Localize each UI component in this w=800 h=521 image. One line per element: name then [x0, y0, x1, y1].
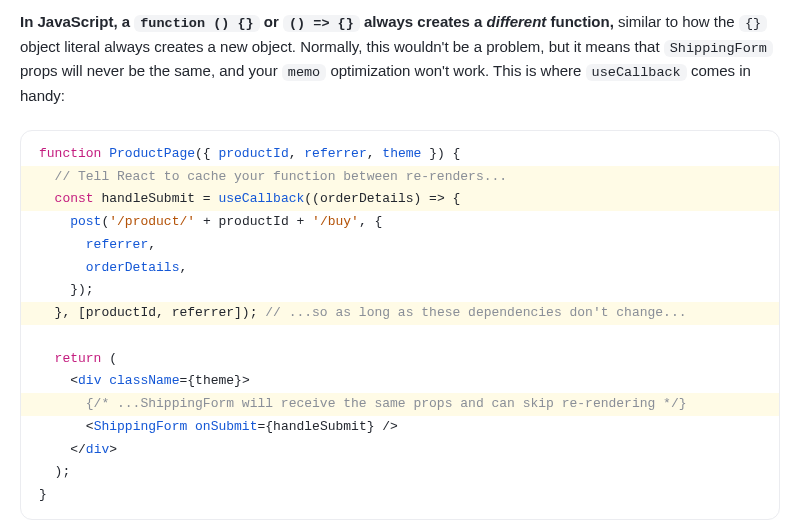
code-line-3: const handleSubmit = useCallback((orderD…	[21, 188, 779, 211]
code-line-13: <ShippingForm onSubmit={handleSubmit} />	[21, 416, 779, 439]
text: object literal always creates a new obje…	[20, 38, 664, 55]
inline-code-usecallback: useCallback	[586, 64, 687, 81]
code-line-7: });	[21, 279, 779, 302]
code-line-14: </div>	[21, 439, 779, 462]
text: In JavaScript, a	[20, 13, 134, 30]
inline-code-shippingform: ShippingForm	[664, 40, 773, 57]
text: always creates a	[364, 13, 487, 30]
code-line-4: post('/product/' + productId + '/buy', {	[21, 211, 779, 234]
text: or	[264, 13, 283, 30]
text: props will never be the same, and your	[20, 62, 282, 79]
code-line-1: function ProductPage({ productId, referr…	[21, 143, 779, 166]
inline-code-memo: memo	[282, 64, 326, 81]
code-line-15: );	[21, 461, 779, 484]
inline-code-arrow: () => {}	[283, 15, 360, 32]
code-example: function ProductPage({ productId, referr…	[20, 130, 780, 520]
emphasis-different: different	[487, 13, 547, 30]
code-line-5: referrer,	[21, 234, 779, 257]
intro-paragraph: In JavaScript, a function () {} or () =>…	[20, 10, 780, 108]
inline-code-braces: {}	[739, 15, 767, 32]
code-line-9	[21, 325, 779, 348]
code-line-11: <div className={theme}>	[21, 370, 779, 393]
inline-code-function: function () {}	[134, 15, 259, 32]
code-line-10: return (	[21, 348, 779, 371]
code-line-8: }, [productId, referrer]); // ...so as l…	[21, 302, 779, 325]
code-line-12: {/* ...ShippingForm will receive the sam…	[21, 393, 779, 416]
code-line-16: }	[21, 484, 779, 507]
code-line-2: // Tell React to cache your function bet…	[21, 166, 779, 189]
text: function,	[550, 13, 613, 30]
text: similar to how the	[618, 13, 739, 30]
intro-strong: In JavaScript, a function () {} or () =>…	[20, 13, 618, 30]
text: optimization won't work. This is where	[330, 62, 585, 79]
code-line-6: orderDetails,	[21, 257, 779, 280]
